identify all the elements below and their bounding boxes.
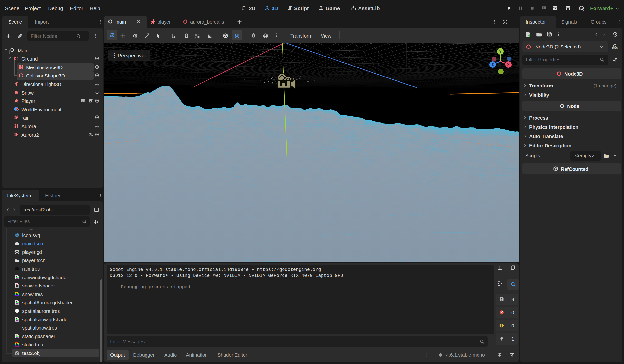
svg-text:X: X [507, 63, 510, 67]
svg-text:Z: Z [492, 63, 494, 67]
svg-text:DOC: DOC [612, 47, 618, 50]
svg-text:Perspective: Perspective [118, 53, 145, 58]
svg-text:Y: Y [499, 49, 502, 53]
